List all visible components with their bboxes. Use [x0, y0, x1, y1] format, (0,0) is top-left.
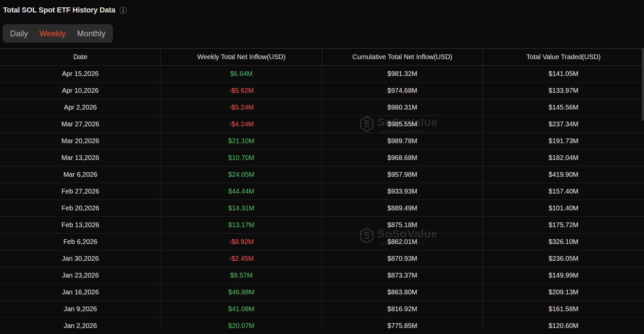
column-header-total-value-traded: Total Value Traded(USD)	[483, 49, 644, 65]
table-row: Apr 10,2026 -$5.62M $974.68M $133.97M	[0, 82, 644, 99]
cell-inflow: -$5.24M	[161, 99, 322, 116]
cell-traded: $133.97M	[483, 82, 644, 99]
period-tabs: Daily Weekly Monthly	[3, 24, 113, 43]
cell-inflow: -$4.24M	[161, 116, 322, 132]
page-header: Total SOL Spot ETF History Data	[0, 0, 644, 16]
cell-traded: $101.40M	[483, 200, 644, 216]
cell-date: Feb 13,2026	[0, 217, 161, 233]
cell-traded: $141.05M	[483, 66, 644, 82]
table-row: Mar 6,2026 $24.05M $957.98M $419.90M	[0, 166, 644, 183]
table-row: Jan 16,2026 $46.88M $863.80M $209.13M	[0, 284, 644, 301]
cell-inflow: $9.57M	[161, 267, 322, 284]
cell-cumulative: $968.68M	[322, 150, 483, 166]
table-row: Apr 2,2026 -$5.24M $980.31M $145.56M	[0, 99, 644, 116]
cell-date: Mar 27,2026	[0, 116, 161, 132]
cell-traded: $237.34M	[483, 116, 644, 132]
table-row: Jan 30,2026 -$2.45M $870.93M $236.05M	[0, 250, 644, 267]
cell-cumulative: $985.55M	[322, 116, 483, 132]
cell-inflow: $24.05M	[161, 166, 322, 183]
cell-date: Apr 10,2026	[0, 82, 161, 99]
cell-traded: $209.13M	[483, 284, 644, 300]
cell-inflow: $10.70M	[161, 150, 322, 166]
cell-date: Jan 30,2026	[0, 250, 161, 267]
cell-inflow: -$8.92M	[161, 234, 322, 250]
cell-traded: $191.73M	[483, 133, 644, 149]
cell-cumulative: $933.93M	[322, 183, 483, 200]
page-title: Total SOL Spot ETF History Data	[3, 6, 115, 14]
cell-inflow: $13.17M	[161, 217, 322, 233]
cell-inflow: $44.44M	[161, 183, 322, 200]
cell-traded: $161.58M	[483, 301, 644, 317]
cell-date: Jan 2,2026	[0, 318, 161, 329]
table-row: Jan 9,2026 $41.08M $816.92M $161.58M	[0, 301, 644, 318]
info-icon[interactable]	[119, 6, 127, 14]
cell-inflow: $6.64M	[161, 66, 322, 82]
table-row: Jan 2,2026 $20.07M $775.85M $120.60M	[0, 318, 644, 329]
cell-inflow: $46.88M	[161, 284, 322, 300]
cell-traded: $236.05M	[483, 250, 644, 267]
tab-daily[interactable]: Daily	[10, 29, 28, 38]
cell-date: Mar 20,2026	[0, 133, 161, 149]
cell-cumulative: $873.37M	[322, 267, 483, 284]
cell-traded: $157.40M	[483, 183, 644, 200]
cell-cumulative: $989.78M	[322, 133, 483, 149]
cell-inflow: $41.08M	[161, 301, 322, 317]
cell-traded: $326.10M	[483, 234, 644, 250]
cell-inflow: -$2.45M	[161, 250, 322, 267]
cell-date: Jan 23,2026	[0, 267, 161, 284]
cell-date: Feb 27,2026	[0, 183, 161, 200]
column-header-cumulative-net-inflow: Cumulative Total Net Inflow(USD)	[322, 49, 483, 65]
cell-inflow: $21.10M	[161, 133, 322, 149]
table-row: Mar 13,2026 $10.70M $968.68M $182.04M	[0, 150, 644, 166]
table-row: Mar 20,2026 $21.10M $989.78M $191.73M	[0, 133, 644, 150]
cell-date: Apr 15,2026	[0, 66, 161, 82]
cell-traded: $182.04M	[483, 150, 644, 166]
cell-date: Feb 20,2026	[0, 200, 161, 216]
cell-date: Feb 6,2026	[0, 234, 161, 250]
table-row: Apr 15,2026 $6.64M $981.32M $141.05M	[0, 66, 644, 82]
tab-monthly[interactable]: Monthly	[77, 29, 106, 38]
cell-inflow: $20.07M	[161, 318, 322, 329]
tab-weekly[interactable]: Weekly	[39, 29, 66, 38]
table-row: Feb 20,2026 $14.31M $889.49M $101.40M	[0, 200, 644, 217]
cell-cumulative: $862.01M	[322, 234, 483, 250]
cell-cumulative: $875.18M	[322, 217, 483, 233]
cell-cumulative: $889.49M	[322, 200, 483, 216]
history-table: Date Weekly Total Net Inflow(USD) Cumula…	[0, 48, 644, 329]
table-header-row: Date Weekly Total Net Inflow(USD) Cumula…	[0, 49, 644, 66]
cell-cumulative: $775.85M	[322, 318, 483, 329]
cell-inflow: $14.31M	[161, 200, 322, 216]
column-header-date: Date	[0, 49, 161, 65]
cell-date: Jan 9,2026	[0, 301, 161, 317]
table-row: Feb 6,2026 -$8.92M $862.01M $326.10M	[0, 234, 644, 250]
column-header-weekly-net-inflow: Weekly Total Net Inflow(USD)	[161, 49, 322, 65]
cell-inflow: -$5.62M	[161, 82, 322, 99]
cell-traded: $120.60M	[483, 318, 644, 329]
cell-cumulative: $974.68M	[322, 82, 483, 99]
cell-cumulative: $981.32M	[322, 66, 483, 82]
cell-date: Mar 6,2026	[0, 166, 161, 183]
cell-cumulative: $957.98M	[322, 166, 483, 183]
table-row: Jan 23,2026 $9.57M $873.37M $149.99M	[0, 267, 644, 284]
cell-date: Apr 2,2026	[0, 99, 161, 116]
cell-cumulative: $980.31M	[322, 99, 483, 116]
table-row: Feb 13,2026 $13.17M $875.18M $175.72M	[0, 217, 644, 234]
cell-traded: $149.99M	[483, 267, 644, 284]
cell-cumulative: $870.93M	[322, 250, 483, 267]
cell-cumulative: $863.80M	[322, 284, 483, 300]
cell-date: Mar 13,2026	[0, 150, 161, 166]
table-row: Feb 27,2026 $44.44M $933.93M $157.40M	[0, 183, 644, 200]
cell-traded: $145.56M	[483, 99, 644, 116]
cell-date: Jan 16,2026	[0, 284, 161, 300]
cell-traded: $419.90M	[483, 166, 644, 183]
vertical-scrollbar-thumb[interactable]	[642, 48, 644, 121]
table-body: Apr 15,2026 $6.64M $981.32M $141.05M Apr…	[0, 66, 644, 329]
table-row: Mar 27,2026 -$4.24M $985.55M $237.34M	[0, 116, 644, 133]
cell-traded: $175.72M	[483, 217, 644, 233]
cell-cumulative: $816.92M	[322, 301, 483, 317]
